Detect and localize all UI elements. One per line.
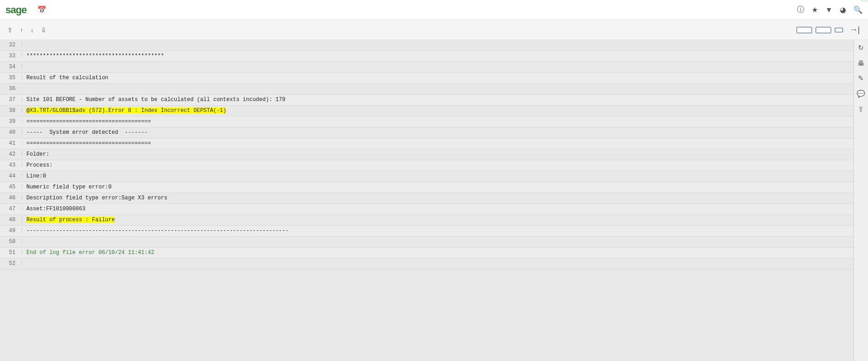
- line-content: [25, 237, 853, 240]
- search-icon[interactable]: 🔍: [853, 5, 863, 14]
- more-options-button[interactable]: [835, 28, 843, 32]
- line-number: 44: [0, 171, 18, 181]
- line-number: 33: [0, 51, 18, 61]
- line-number: 45: [0, 182, 18, 192]
- logo-group: sage 📅: [5, 4, 46, 16]
- line-menu-dots[interactable]: ⋮: [18, 259, 25, 268]
- line-menu-dots[interactable]: ⋮: [18, 237, 25, 246]
- line-number: 37: [0, 95, 18, 105]
- right-sidebar: ↻ 🖶 ✎ 💬 ⇧: [853, 40, 868, 361]
- line-menu-dots[interactable]: ⋮: [18, 40, 25, 49]
- line-number: 47: [0, 204, 18, 214]
- exit-button[interactable]: →|: [847, 23, 863, 36]
- line-menu-dots[interactable]: ⋮: [18, 51, 25, 60]
- log-line: 36⋮: [0, 84, 853, 95]
- log-container[interactable]: 32⋮33⋮**********************************…: [0, 40, 853, 361]
- log-line: 46⋮Description field type error:Sage X3 …: [0, 193, 853, 204]
- line-number: 51: [0, 248, 18, 258]
- highlight-green: End of log file error 06/10/24 11:41:42: [26, 249, 154, 256]
- nav-down-last-button[interactable]: ⇩: [39, 25, 48, 35]
- line-content: Folder:: [25, 149, 853, 159]
- log-line: 51⋮End of log file error 06/10/24 11:41:…: [0, 248, 853, 259]
- line-number: 49: [0, 226, 18, 236]
- line-menu-dots[interactable]: ⋮: [18, 127, 25, 137]
- line-menu-dots[interactable]: ⋮: [18, 95, 25, 104]
- line-content: ======================================: [25, 138, 853, 148]
- log-line: 37⋮Site 101 BEFORE - Number of assets to…: [0, 95, 853, 106]
- compass-icon[interactable]: ◕: [840, 5, 846, 14]
- log-line: 48⋮Result of process : Failure: [0, 215, 853, 226]
- refresh-icon[interactable]: ↻: [858, 44, 864, 52]
- line-menu-dots[interactable]: ⋮: [18, 171, 25, 180]
- line-menu-dots[interactable]: ⋮: [18, 84, 25, 93]
- line-number: 50: [0, 237, 18, 247]
- line-menu-dots[interactable]: ⋮: [18, 226, 25, 235]
- line-menu-dots[interactable]: ⋮: [18, 106, 25, 115]
- line-menu-dots[interactable]: ⋮: [18, 215, 25, 224]
- line-menu-dots[interactable]: ⋮: [18, 149, 25, 158]
- topbar: sage 📅 ⓘ ★ ▼ ◕ 🔍: [0, 0, 868, 20]
- chevron-down-icon[interactable]: ▼: [825, 6, 832, 14]
- line-number: 35: [0, 73, 18, 83]
- line-content: Process:: [25, 160, 853, 170]
- line-number: 38: [0, 106, 18, 116]
- line-number: 39: [0, 117, 18, 127]
- line-menu-dots[interactable]: ⋮: [18, 138, 25, 147]
- line-menu-dots[interactable]: ⋮: [18, 182, 25, 191]
- help-icon[interactable]: ⓘ: [797, 5, 804, 15]
- line-menu-dots[interactable]: ⋮: [18, 117, 25, 126]
- log-line: 47⋮Asset:FF1010000063: [0, 204, 853, 215]
- line-number: 43: [0, 160, 18, 170]
- line-content: End of log file error 06/10/24 11:41:42: [25, 248, 853, 258]
- log-line: 43⋮Process:: [0, 160, 853, 171]
- line-content: [25, 259, 853, 262]
- line-content: Numeric field type error:0: [25, 182, 853, 192]
- line-content: [25, 84, 853, 87]
- edit-icon[interactable]: ✎: [858, 74, 864, 82]
- line-number: 34: [0, 62, 18, 72]
- line-content: ----- System error detected -------: [25, 127, 853, 137]
- default-badge: [861, 0, 868, 2]
- log-line: 50⋮: [0, 237, 853, 248]
- log-line: 38⋮@X3.TRT/GLOBB1$adx (572).Error 8 : In…: [0, 106, 853, 117]
- line-number: 42: [0, 149, 18, 159]
- log-line: 39⋮=====================================…: [0, 117, 853, 127]
- log-line: 33⋮*************************************…: [0, 51, 853, 62]
- line-content: Asset:FF1010000063: [25, 204, 853, 214]
- line-number: 40: [0, 127, 18, 137]
- log-line: 35⋮Result of the calculation: [0, 73, 853, 84]
- nav-up-button[interactable]: ↑: [18, 25, 25, 35]
- next-warning-button[interactable]: [816, 27, 831, 33]
- line-menu-dots[interactable]: ⋮: [18, 160, 25, 169]
- nav-down-button[interactable]: ↓: [29, 25, 36, 35]
- print-icon[interactable]: 🖶: [858, 59, 864, 67]
- upload-icon[interactable]: ⇧: [858, 105, 864, 113]
- comment-icon[interactable]: 💬: [857, 90, 865, 98]
- line-content: Site 101 BEFORE - Number of assets to be…: [25, 95, 853, 105]
- highlight-yellow: @X3.TRT/GLOBB1$adx (572).Error 8 : Index…: [26, 107, 226, 114]
- line-content: @X3.TRT/GLOBB1$adx (572).Error 8 : Index…: [25, 106, 853, 116]
- line-menu-dots[interactable]: ⋮: [18, 204, 25, 213]
- line-menu-dots[interactable]: ⋮: [18, 248, 25, 257]
- log-line: 45⋮Numeric field type error:0: [0, 182, 853, 193]
- highlight-yellow: Result of process : Failure: [26, 217, 115, 223]
- line-number: 32: [0, 40, 18, 50]
- log-line: 42⋮Folder:: [0, 149, 853, 160]
- line-menu-dots[interactable]: ⋮: [18, 73, 25, 82]
- line-content: ----------------------------------------…: [25, 226, 853, 236]
- log-line: 52⋮: [0, 259, 853, 269]
- main-area: 32⋮33⋮**********************************…: [0, 40, 868, 361]
- calendar-icon[interactable]: 📅: [37, 5, 46, 14]
- log-line: 49⋮-------------------------------------…: [0, 226, 853, 237]
- line-menu-dots[interactable]: ⋮: [18, 193, 25, 202]
- line-content: Line:0: [25, 171, 853, 181]
- topbar-right: ⓘ ★ ▼ ◕ 🔍: [775, 5, 863, 15]
- line-menu-dots[interactable]: ⋮: [18, 62, 25, 71]
- nav-up-first-button[interactable]: ⇧: [5, 25, 15, 35]
- next-error-button[interactable]: [797, 27, 812, 33]
- line-number: 52: [0, 259, 18, 269]
- line-content: ****************************************…: [25, 51, 853, 61]
- star-icon[interactable]: ★: [812, 5, 818, 14]
- line-content: Description field type error:Sage X3 err…: [25, 193, 853, 203]
- line-number: 46: [0, 193, 18, 203]
